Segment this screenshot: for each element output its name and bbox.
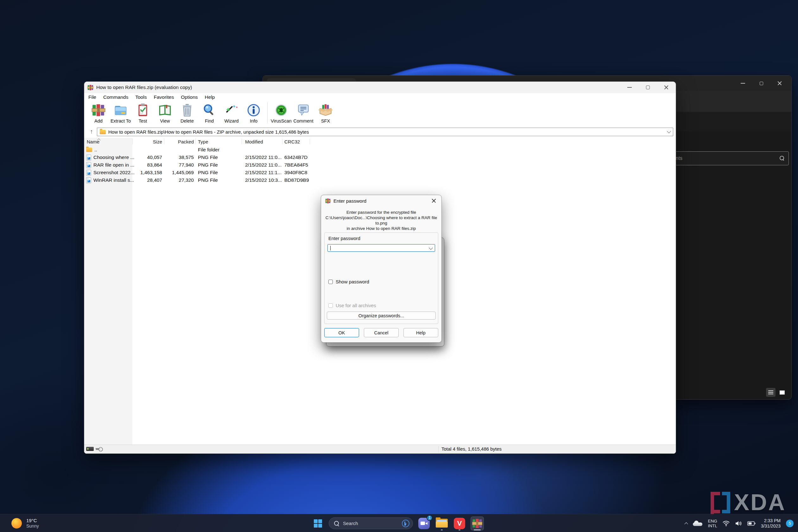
toolbar-delete-button[interactable]: Delete	[176, 101, 198, 126]
taskbar: 19°C Sunny Search 1 V	[0, 514, 798, 532]
explorer-maximize-button[interactable]	[752, 78, 771, 89]
status-bar: Total 4 files, 1,615,486 bytes	[84, 444, 676, 454]
address-row: ↑ How to open RAR files.zip\How to open …	[84, 126, 676, 138]
notification-badge[interactable]: 5	[786, 520, 794, 527]
battery-icon[interactable]	[747, 521, 756, 526]
clock[interactable]: 2:33 PM 3/31/2023	[761, 518, 781, 529]
preview-view-button[interactable]	[777, 388, 787, 397]
address-bar[interactable]: How to open RAR files.zip\How to open RA…	[97, 128, 673, 136]
xda-bracket-right	[722, 492, 730, 513]
file-explorer-icon	[436, 519, 448, 528]
search-placeholder: Search	[343, 520, 398, 526]
enter-password-dialog: Enter password Enter password for the en…	[321, 195, 442, 343]
windows-logo-icon	[314, 519, 322, 528]
combo-dropdown-icon[interactable]	[429, 246, 433, 250]
taskbar-vivaldi-button[interactable]: V	[453, 516, 466, 531]
taskbar-search[interactable]: Search	[329, 517, 413, 529]
toolbar-test-button[interactable]: Test	[132, 101, 154, 126]
weather-widget[interactable]: 19°C Sunny	[12, 516, 39, 530]
vivaldi-icon: V	[454, 518, 465, 529]
toolbar-sfx-button[interactable]: SFX	[315, 101, 337, 126]
running-indicator	[441, 530, 443, 530]
column-header-packed[interactable]: Packed	[167, 138, 194, 145]
password-input[interactable]	[327, 244, 435, 252]
taskbar-winrar-button[interactable]	[471, 516, 484, 531]
explorer-close-button[interactable]	[771, 78, 789, 89]
folder-icon	[100, 130, 106, 134]
toolbar-extract-button[interactable]: Extract To	[110, 101, 132, 126]
winrar-close-button[interactable]	[657, 82, 676, 93]
drive-icon	[86, 447, 94, 451]
png-file-icon	[86, 154, 91, 160]
onedrive-icon[interactable]	[693, 520, 702, 526]
sfx-box-icon	[318, 103, 333, 117]
bing-icon	[402, 520, 410, 527]
menu-file[interactable]: File	[85, 94, 100, 100]
running-indicator	[458, 530, 460, 530]
cancel-button[interactable]: Cancel	[364, 328, 399, 337]
up-directory-button[interactable]: ↑	[88, 128, 96, 136]
toolbar-wizard-button[interactable]: Wizard	[221, 101, 243, 126]
toolbar-virusscan-button[interactable]: VirusScan	[270, 101, 292, 126]
winrar-titlebar[interactable]: How to open RAR files.zip (evaluation co…	[84, 82, 676, 93]
dialog-close-button[interactable]	[428, 196, 440, 206]
list-view-button[interactable]	[766, 388, 776, 397]
taskbar-explorer-button[interactable]	[435, 516, 449, 531]
menu-help[interactable]: Help	[202, 94, 218, 100]
ok-button[interactable]: OK	[324, 328, 359, 337]
dialog-titlebar[interactable]: Enter password	[321, 195, 441, 207]
winrar-minimize-button[interactable]	[620, 82, 639, 93]
close-icon	[432, 198, 436, 203]
menu-options[interactable]: Options	[177, 94, 201, 100]
column-header-size[interactable]: Size	[135, 138, 162, 145]
search-icon	[780, 156, 785, 161]
column-header-crc32[interactable]: CRC32	[284, 138, 308, 145]
explorer-minimize-button[interactable]	[734, 78, 752, 89]
file-row[interactable]: WinRAR install s... 28,407 27,320 PNG Fi…	[84, 176, 676, 184]
winrar-maximize-button[interactable]	[639, 82, 657, 93]
close-icon	[664, 85, 668, 90]
text-caret	[330, 246, 330, 250]
png-file-icon	[86, 162, 91, 168]
file-row[interactable]: RAR file open in ... 83,864 77,940 PNG F…	[84, 161, 676, 169]
xda-bracket-left	[710, 492, 720, 513]
find-magnifier-icon	[202, 103, 216, 117]
file-row[interactable]: Choosing where ... 40,057 38,575 PNG Fil…	[84, 154, 676, 161]
help-button[interactable]: Help	[403, 328, 438, 337]
xda-text: XDA	[734, 492, 786, 513]
language-switcher[interactable]: ENG INTL	[708, 519, 717, 528]
taskbar-chat-button[interactable]: 1	[417, 516, 431, 531]
minimize-icon	[741, 83, 745, 83]
toolbar-find-button[interactable]: Find	[198, 101, 221, 126]
column-header-modified[interactable]: Modified	[245, 138, 280, 145]
start-button[interactable]	[311, 517, 324, 530]
chevron-down-icon	[667, 129, 671, 133]
show-password-checkbox[interactable]: Show password	[328, 279, 369, 284]
organize-passwords-button[interactable]: Organize passwords...	[327, 311, 436, 320]
file-row-parent[interactable]: .. File folder	[84, 146, 676, 154]
use-for-all-archives-checkbox: Use for all archives	[328, 303, 376, 308]
toolbar-comment-button[interactable]: Comment	[292, 101, 315, 126]
address-text: How to open RAR files.zip\How to open RA…	[108, 129, 667, 135]
png-file-icon	[86, 177, 91, 183]
comment-icon	[296, 103, 311, 117]
file-row[interactable]: Screenshot 2022... 1,463,158 1,445,069 P…	[84, 169, 676, 176]
tray-overflow-chevron[interactable]	[685, 522, 688, 526]
column-header-name[interactable]: Name	[87, 138, 131, 145]
toolbar-add-button[interactable]: Add	[88, 101, 110, 126]
menu-favorites[interactable]: Favorites	[150, 94, 177, 100]
maximize-icon	[646, 86, 650, 89]
password-field-label: Enter password	[328, 236, 360, 241]
menu-commands[interactable]: Commands	[100, 94, 132, 100]
menu-tools[interactable]: Tools	[132, 94, 150, 100]
column-header-type[interactable]: Type	[198, 138, 239, 145]
toolbar-info-button[interactable]: Info	[243, 101, 265, 126]
chat-badge: 1	[426, 515, 433, 521]
minimize-icon	[627, 87, 632, 88]
add-archive-icon	[91, 103, 106, 117]
menu-bar: File Commands Tools Favorites Options He…	[85, 93, 675, 101]
wifi-icon[interactable]	[723, 520, 729, 526]
toolbar-view-button[interactable]: View	[154, 101, 176, 126]
wizard-wand-icon	[224, 103, 239, 117]
volume-icon[interactable]	[735, 520, 742, 526]
